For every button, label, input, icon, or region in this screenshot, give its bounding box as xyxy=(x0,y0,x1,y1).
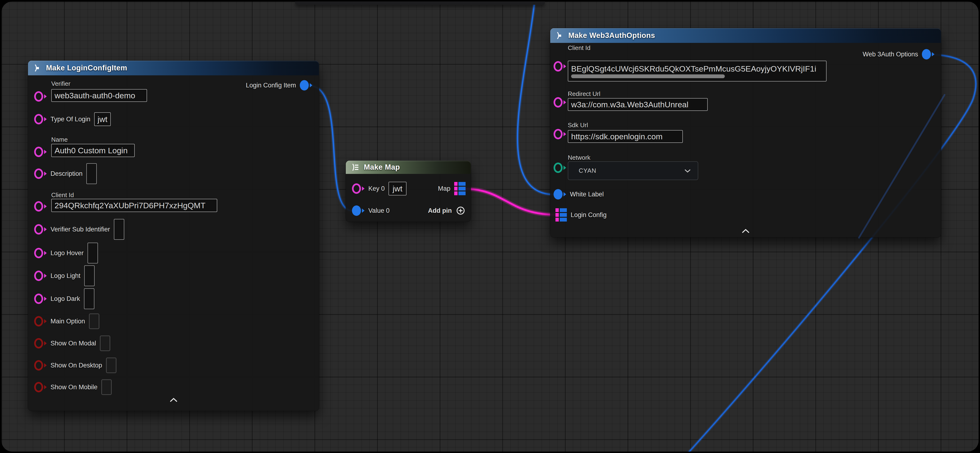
node-title: Make Web3AuthOptions xyxy=(568,31,655,40)
pin-row-show-on-mobile: Show On Mobile xyxy=(34,378,112,396)
node-title: Make Map xyxy=(364,163,400,171)
description-pin[interactable] xyxy=(34,168,47,179)
logo-dark-input[interactable] xyxy=(84,288,94,309)
collapse-chevron-icon[interactable] xyxy=(741,229,750,234)
redirect-url-input[interactable]: w3a://com.w3a.Web3AuthUnreal xyxy=(568,98,708,111)
client-id-value: 294QRkchfq2YaXUbPri7D6PH7xzHgQMT xyxy=(54,201,205,210)
node-header-make-web3authoptions[interactable]: Make Web3AuthOptions xyxy=(550,28,941,43)
key0-value: jwt xyxy=(393,184,402,193)
verifier-input[interactable]: web3auth-auth0-demo xyxy=(51,89,147,102)
verifier-sub-identifier-input[interactable] xyxy=(114,219,124,240)
offscreen-node-edge[interactable] xyxy=(295,2,545,5)
show-on-desktop-pin[interactable] xyxy=(34,360,47,371)
show-on-modal-pin[interactable] xyxy=(34,338,47,348)
map-output-pin[interactable] xyxy=(454,182,466,195)
blueprint-graph-canvas[interactable]: Make LoginConfigItem Login Config Item V… xyxy=(2,2,978,451)
pin-row-verifier-sub-identifier: Verifier Sub Identifier xyxy=(34,219,124,240)
verifier-value: web3auth-auth0-demo xyxy=(54,91,135,100)
client-id-input[interactable]: 294QRkchfq2YaXUbPri7D6PH7xzHgQMT xyxy=(51,199,217,212)
field-label-name: Name xyxy=(51,136,68,143)
redirect-url-pin[interactable] xyxy=(554,97,566,108)
field-label-client-id: Client Id xyxy=(568,44,590,52)
pin-row-logo-light: Logo Light xyxy=(34,265,95,287)
pin-row-key0: Key 0 jwt xyxy=(352,182,407,196)
client-id-scrollbar[interactable] xyxy=(571,74,725,78)
logo-light-input[interactable] xyxy=(84,265,95,286)
field-label-network: Network xyxy=(568,154,590,162)
login-config-item-output-pin[interactable] xyxy=(300,80,312,90)
type-of-login-value: jwt xyxy=(97,115,107,124)
sdk-url-input[interactable]: https://sdk.openlogin.com xyxy=(568,130,683,143)
pin-row-value0: Value 0 xyxy=(352,206,390,215)
make-struct-icon xyxy=(33,63,42,73)
node-header-make-map[interactable]: Make Map xyxy=(346,161,471,174)
show-on-modal-checkbox[interactable] xyxy=(100,336,110,351)
client-id-pin[interactable] xyxy=(34,201,47,212)
node-make-map: Make Map Key 0 jwt Map Value 0 Add pin xyxy=(346,161,471,222)
pin-row-show-on-modal: Show On Modal xyxy=(34,334,110,352)
make-struct-icon xyxy=(555,31,565,40)
pin-label: Main Option xyxy=(51,318,85,325)
verifier-sub-identifier-pin[interactable] xyxy=(34,224,47,234)
description-input[interactable] xyxy=(86,163,97,184)
wire-top-to-whitelabel-glow xyxy=(517,2,555,195)
pin-row-login-config-item-out: Login Config Item xyxy=(246,81,312,90)
name-input[interactable]: Auth0 Custom Login xyxy=(51,144,135,157)
add-pin-plus-icon xyxy=(456,206,466,215)
node-make-loginconfigitem: Make LoginConfigItem Login Config Item V… xyxy=(28,61,319,411)
node-make-web3authoptions: Make Web3AuthOptions Web 3Auth Options C… xyxy=(550,28,941,238)
logo-dark-pin[interactable] xyxy=(34,293,47,304)
field-label-client-id: Client Id xyxy=(51,192,74,199)
client-id-pin[interactable] xyxy=(554,61,566,71)
logo-hover-input[interactable] xyxy=(88,242,98,263)
name-pin[interactable] xyxy=(34,147,47,157)
main-option-checkbox[interactable] xyxy=(89,314,99,329)
make-map-icon xyxy=(350,163,360,172)
redirect-url-value: w3a://com.w3a.Web3AuthUnreal xyxy=(571,100,689,109)
pin-row-type-of-login: Type Of Login jwt xyxy=(34,112,111,126)
pin-label: Map xyxy=(438,185,450,192)
type-of-login-input[interactable]: jwt xyxy=(94,112,111,126)
pin-row-show-on-desktop: Show On Desktop xyxy=(34,356,116,374)
white-label-pin[interactable] xyxy=(554,189,566,200)
login-config-map-pin[interactable] xyxy=(555,208,567,222)
node-header-make-loginconfigitem[interactable]: Make LoginConfigItem xyxy=(28,61,319,75)
client-id-input[interactable]: BEglQSgt4cUWcj6SKRdu5QkOXTsePmMcusG5EAoy… xyxy=(568,61,827,81)
add-pin-label: Add pin xyxy=(428,207,452,214)
pin-label: Value 0 xyxy=(368,207,390,214)
pin-row-logo-hover: Logo Hover xyxy=(34,242,98,264)
sdk-url-pin[interactable] xyxy=(554,129,566,139)
show-on-mobile-pin[interactable] xyxy=(34,382,47,392)
pin-row-main-option: Main Option xyxy=(34,312,99,330)
pin-row-white-label: White Label xyxy=(554,189,604,200)
value0-pin[interactable] xyxy=(352,206,364,216)
network-pin[interactable] xyxy=(554,163,566,173)
field-label-verifier: Verifier xyxy=(51,80,70,87)
network-dropdown[interactable]: CYAN xyxy=(568,162,698,180)
pin-label: Show On Mobile xyxy=(51,383,97,391)
show-on-desktop-checkbox[interactable] xyxy=(106,358,116,373)
sdk-url-value: https://sdk.openlogin.com xyxy=(571,132,663,141)
pin-row-map-out: Map xyxy=(438,182,466,196)
key0-input[interactable]: jwt xyxy=(388,182,407,195)
logo-hover-pin[interactable] xyxy=(34,248,47,258)
collapse-chevron-icon[interactable] xyxy=(169,398,178,403)
add-pin-button[interactable]: Add pin xyxy=(428,205,466,216)
type-of-login-pin[interactable] xyxy=(34,114,47,124)
pin-label: Description xyxy=(51,170,83,177)
verifier-pin[interactable] xyxy=(34,91,47,101)
pin-label: Key 0 xyxy=(368,185,385,192)
pin-row-logo-dark: Logo Dark xyxy=(34,288,94,310)
pin-label: Type Of Login xyxy=(51,116,91,123)
wire-top-to-whitelabel[interactable] xyxy=(517,2,555,195)
key0-pin[interactable] xyxy=(352,184,364,194)
pin-label: Show On Desktop xyxy=(51,362,102,369)
logo-light-pin[interactable] xyxy=(34,271,47,281)
web3auth-options-output-pin[interactable] xyxy=(922,49,934,59)
main-option-pin[interactable] xyxy=(34,316,47,326)
field-label-sdk-url: Sdk Url xyxy=(568,122,588,129)
show-on-mobile-checkbox[interactable] xyxy=(101,379,112,395)
pin-label: Show On Modal xyxy=(51,340,96,347)
pin-label: White Label xyxy=(570,191,604,198)
pin-label: Login Config Item xyxy=(246,82,296,89)
